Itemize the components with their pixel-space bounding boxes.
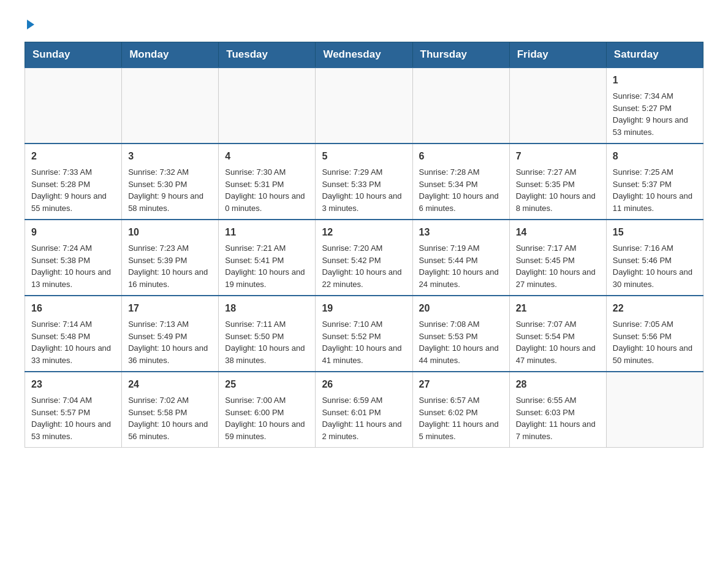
day-info: Daylight: 10 hours and 47 minutes.	[516, 342, 600, 366]
day-info: Sunrise: 7:20 AM	[322, 242, 406, 255]
day-info: Sunset: 5:52 PM	[322, 331, 406, 343]
day-info: Sunset: 5:27 PM	[613, 102, 697, 115]
calendar-cell: 10Sunrise: 7:23 AMSunset: 5:39 PMDayligh…	[122, 220, 219, 296]
day-info: Sunset: 5:37 PM	[613, 178, 697, 191]
day-number: 28	[516, 377, 600, 392]
week-row-1: 1Sunrise: 7:34 AMSunset: 5:27 PMDaylight…	[25, 67, 703, 144]
calendar-cell: 25Sunrise: 7:00 AMSunset: 6:00 PMDayligh…	[219, 372, 316, 448]
calendar-cell: 4Sunrise: 7:30 AMSunset: 5:31 PMDaylight…	[219, 144, 316, 220]
calendar-cell: 28Sunrise: 6:55 AMSunset: 6:03 PMDayligh…	[509, 372, 606, 448]
day-info: Sunrise: 7:02 AM	[128, 394, 212, 407]
calendar-cell: 19Sunrise: 7:10 AMSunset: 5:52 PMDayligh…	[316, 296, 412, 372]
calendar-cell: 8Sunrise: 7:25 AMSunset: 5:37 PMDaylight…	[606, 144, 703, 220]
day-number: 20	[419, 301, 503, 316]
day-info: Sunset: 5:53 PM	[419, 331, 503, 343]
day-info: Sunset: 5:49 PM	[128, 331, 212, 343]
day-info: Sunset: 5:45 PM	[516, 255, 600, 267]
calendar-cell: 12Sunrise: 7:20 AMSunset: 5:42 PMDayligh…	[316, 220, 412, 296]
day-info: Sunrise: 7:28 AM	[419, 166, 503, 178]
calendar-cell: 9Sunrise: 7:24 AMSunset: 5:38 PMDaylight…	[25, 220, 122, 296]
week-row-2: 2Sunrise: 7:33 AMSunset: 5:28 PMDaylight…	[25, 144, 703, 220]
day-info: Sunrise: 7:08 AM	[419, 318, 503, 331]
calendar-header-row: SundayMondayTuesdayWednesdayThursdayFrid…	[25, 42, 703, 68]
calendar-cell: 13Sunrise: 7:19 AMSunset: 5:44 PMDayligh…	[412, 220, 509, 296]
day-info: Daylight: 10 hours and 44 minutes.	[419, 342, 503, 366]
day-info: Daylight: 10 hours and 11 minutes.	[613, 190, 697, 214]
calendar-cell: 16Sunrise: 7:14 AMSunset: 5:48 PMDayligh…	[25, 296, 122, 372]
calendar-cell: 26Sunrise: 6:59 AMSunset: 6:01 PMDayligh…	[316, 372, 412, 448]
calendar-cell: 6Sunrise: 7:28 AMSunset: 5:34 PMDaylight…	[412, 144, 509, 220]
calendar-table: SundayMondayTuesdayWednesdayThursdayFrid…	[25, 42, 703, 448]
day-info: Daylight: 10 hours and 22 minutes.	[322, 266, 406, 290]
calendar-cell: 2Sunrise: 7:33 AMSunset: 5:28 PMDaylight…	[25, 144, 122, 220]
day-info: Sunset: 5:56 PM	[613, 331, 697, 343]
day-info: Daylight: 10 hours and 41 minutes.	[322, 342, 406, 366]
day-number: 10	[128, 225, 212, 240]
day-info: Sunrise: 6:55 AM	[516, 394, 600, 407]
day-info: Sunset: 5:31 PM	[225, 178, 309, 191]
day-info: Daylight: 10 hours and 38 minutes.	[225, 342, 309, 366]
day-number: 11	[225, 225, 309, 240]
calendar-cell: 3Sunrise: 7:32 AMSunset: 5:30 PMDaylight…	[122, 144, 219, 220]
day-number: 21	[516, 301, 600, 316]
day-number: 1	[613, 73, 697, 88]
day-info: Daylight: 10 hours and 16 minutes.	[128, 266, 212, 290]
day-info: Sunset: 5:50 PM	[225, 331, 309, 343]
day-info: Sunrise: 7:32 AM	[128, 166, 212, 178]
day-info: Sunset: 5:41 PM	[225, 255, 309, 267]
day-info: Sunset: 5:44 PM	[419, 255, 503, 267]
day-info: Sunset: 6:01 PM	[322, 407, 406, 419]
calendar-cell	[509, 67, 606, 144]
day-number: 4	[225, 149, 309, 164]
day-info: Sunrise: 6:59 AM	[322, 394, 406, 407]
day-info: Sunset: 5:58 PM	[128, 407, 212, 419]
day-info: Daylight: 11 hours and 5 minutes.	[419, 418, 503, 442]
day-info: Sunrise: 7:33 AM	[31, 166, 115, 178]
calendar-cell: 7Sunrise: 7:27 AMSunset: 5:35 PMDaylight…	[509, 144, 606, 220]
day-info: Sunset: 6:02 PM	[419, 407, 503, 419]
day-info: Sunset: 5:46 PM	[613, 255, 697, 267]
day-number: 15	[613, 225, 697, 240]
day-number: 5	[322, 149, 406, 164]
calendar-header-friday: Friday	[509, 42, 606, 68]
day-number: 12	[322, 225, 406, 240]
day-info: Daylight: 11 hours and 7 minutes.	[516, 418, 600, 442]
calendar-cell: 5Sunrise: 7:29 AMSunset: 5:33 PMDaylight…	[316, 144, 412, 220]
day-number: 2	[31, 149, 115, 164]
day-info: Daylight: 10 hours and 24 minutes.	[419, 266, 503, 290]
calendar-header-sunday: Sunday	[25, 42, 122, 68]
calendar-header-tuesday: Tuesday	[219, 42, 316, 68]
calendar-cell	[219, 67, 316, 144]
calendar-cell: 22Sunrise: 7:05 AMSunset: 5:56 PMDayligh…	[606, 296, 703, 372]
day-info: Sunset: 5:28 PM	[31, 178, 115, 191]
day-info: Daylight: 11 hours and 2 minutes.	[322, 418, 406, 442]
calendar-cell	[122, 67, 219, 144]
day-info: Sunset: 6:03 PM	[516, 407, 600, 419]
day-number: 22	[613, 301, 697, 316]
day-info: Sunset: 5:30 PM	[128, 178, 212, 191]
page-header	[25, 18, 703, 29]
week-row-3: 9Sunrise: 7:24 AMSunset: 5:38 PMDaylight…	[25, 220, 703, 296]
calendar-cell: 11Sunrise: 7:21 AMSunset: 5:41 PMDayligh…	[219, 220, 316, 296]
day-info: Sunset: 5:42 PM	[322, 255, 406, 267]
calendar-cell: 17Sunrise: 7:13 AMSunset: 5:49 PMDayligh…	[122, 296, 219, 372]
day-info: Sunrise: 7:07 AM	[516, 318, 600, 331]
calendar-cell: 27Sunrise: 6:57 AMSunset: 6:02 PMDayligh…	[412, 372, 509, 448]
week-row-5: 23Sunrise: 7:04 AMSunset: 5:57 PMDayligh…	[25, 372, 703, 448]
day-info: Daylight: 10 hours and 8 minutes.	[516, 190, 600, 214]
day-info: Daylight: 10 hours and 0 minutes.	[225, 190, 309, 214]
calendar-cell	[606, 372, 703, 448]
day-info: Sunset: 5:33 PM	[322, 178, 406, 191]
day-info: Sunset: 5:54 PM	[516, 331, 600, 343]
day-number: 23	[31, 377, 115, 392]
day-number: 6	[419, 149, 503, 164]
day-info: Daylight: 10 hours and 53 minutes.	[31, 418, 115, 442]
day-info: Sunrise: 7:21 AM	[225, 242, 309, 255]
logo-text-blue	[25, 18, 34, 29]
calendar-cell: 14Sunrise: 7:17 AMSunset: 5:45 PMDayligh…	[509, 220, 606, 296]
day-number: 24	[128, 377, 212, 392]
logo	[25, 18, 34, 29]
day-info: Sunset: 6:00 PM	[225, 407, 309, 419]
calendar-header-wednesday: Wednesday	[316, 42, 412, 68]
calendar-cell: 24Sunrise: 7:02 AMSunset: 5:58 PMDayligh…	[122, 372, 219, 448]
